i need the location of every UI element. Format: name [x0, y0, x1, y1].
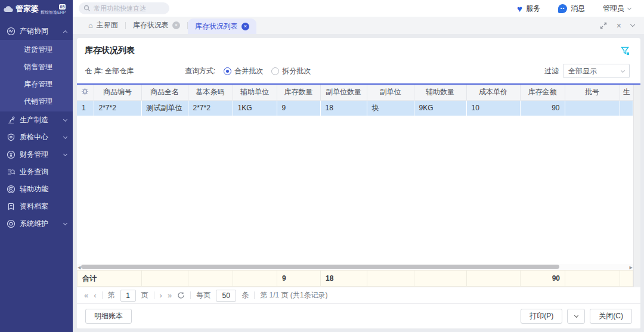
tab-bar: ⌂ 主界面 库存状况表 × 库存状况列表 × ×: [73, 17, 644, 34]
sidebar-item-manufacturing[interactable]: 生产制造: [0, 111, 73, 129]
column-settings-button[interactable]: [77, 85, 94, 100]
app-window: 管家婆 05 辉煌智造ERP 产销协同 进货管理 销售管理 库存管理 代销管理: [0, 0, 644, 332]
vertical-scrollbar[interactable]: [633, 85, 640, 287]
search-icon: [83, 5, 91, 12]
horizontal-scrollbar-thumb[interactable]: [81, 265, 559, 269]
sidebar-item-quality-center[interactable]: 质检中心: [0, 129, 73, 146]
page-number-input[interactable]: [120, 290, 136, 302]
cell-stock-qty: 9: [277, 100, 320, 116]
totals-table: 合计 9 18 90: [77, 270, 633, 287]
scroll-right-arrow-icon[interactable]: ▶: [630, 265, 633, 269]
per-page-prefix-label: 每页: [196, 290, 210, 300]
prev-page-button[interactable]: ‹: [94, 291, 96, 299]
filter-funnel-icon[interactable]: [621, 46, 630, 55]
horizontal-scrollbar[interactable]: ◀ ▶: [77, 264, 633, 270]
messages-menu[interactable]: •• 消息: [558, 4, 585, 14]
chevron-down-icon: [63, 117, 67, 121]
sidebar-item-inventory-mgmt[interactable]: 库存管理: [0, 76, 73, 93]
radio-split-batches[interactable]: 拆分批次: [271, 66, 311, 76]
close-icon[interactable]: ×: [617, 21, 621, 30]
radio-merge-batches[interactable]: 合并批次: [224, 66, 263, 76]
page-prefix-label: 第: [108, 290, 115, 300]
tab-inventory-status-list[interactable]: 库存状况列表 ×: [188, 18, 256, 34]
topbar-right: ♥ 服务 •• 消息 管理员: [517, 4, 631, 14]
close-tab-icon[interactable]: ×: [172, 21, 180, 29]
service-label: 服务: [526, 4, 540, 14]
last-page-button[interactable]: »: [168, 291, 172, 299]
chevron-down-icon[interactable]: [630, 22, 635, 27]
totals-cell: [565, 271, 620, 287]
sidebar-item-label: 生产制造: [20, 115, 48, 125]
print-button[interactable]: 打印(P): [521, 309, 562, 324]
totals-row: 合计 9 18 90: [78, 271, 633, 287]
print-options-button[interactable]: [567, 309, 585, 324]
sidebar-item-auxiliary[interactable]: 辅助功能: [0, 181, 73, 198]
chevron-down-icon: [621, 68, 625, 72]
totals-cell: [367, 271, 414, 287]
chevron-down-icon: [63, 134, 67, 138]
sidebar-item-business-query[interactable]: 业务查询: [0, 163, 73, 181]
warehouse-label: 仓 库:: [85, 66, 103, 76]
close-button[interactable]: 关闭(C): [590, 309, 632, 324]
scroll-left-arrow-icon[interactable]: ◀: [78, 265, 80, 269]
heart-icon: ♥: [517, 4, 522, 13]
filter-group: 过滤 全部显示: [544, 64, 630, 78]
service-menu[interactable]: ♥ 服务: [517, 4, 540, 14]
content-background: 库存状况列表 仓 库: 全部仓库 查询方式: 合并批次: [73, 34, 644, 332]
logo-title: 管家婆: [16, 4, 39, 14]
tab-inventory-status-report[interactable]: 库存状况表 ×: [126, 17, 187, 34]
chevron-up-icon: [63, 30, 67, 34]
sidebar-item-purchase-mgmt[interactable]: 进货管理: [0, 41, 73, 58]
refresh-icon[interactable]: [177, 291, 185, 299]
message-icon: ••: [558, 4, 567, 13]
quick-search-input[interactable]: [94, 5, 159, 12]
radio-unselected-icon: [271, 67, 279, 75]
tab-main-screen[interactable]: ⌂ 主界面: [81, 17, 125, 34]
col-header-aux-unit[interactable]: 辅助单位: [233, 85, 277, 100]
robot-arm-icon: [7, 116, 16, 125]
col-header-stock-qty[interactable]: 库存数量: [277, 85, 320, 100]
col-header-stock-amount[interactable]: 库存金额: [520, 85, 565, 100]
next-page-button[interactable]: ›: [160, 291, 162, 299]
per-page-input[interactable]: [216, 290, 236, 302]
first-page-button[interactable]: «: [84, 291, 88, 299]
detail-ledger-button[interactable]: 明细账本: [85, 309, 132, 324]
cell-extra: [620, 100, 633, 116]
table-row[interactable]: 1 2*7*2 测试副单位 2*7*2 1KG 9 18 块 9KG 10 90: [77, 100, 633, 116]
cell-aux-unit: 1KG: [233, 100, 277, 116]
col-header-sub-unit[interactable]: 副单位: [367, 85, 414, 100]
filter-select[interactable]: 全部显示: [563, 64, 630, 78]
totals-cell: [414, 271, 467, 287]
filter-selected-value: 全部显示: [568, 66, 597, 76]
expand-icon[interactable]: [600, 22, 607, 29]
col-header-product-id[interactable]: 商品编号: [94, 85, 141, 100]
col-header-sub-unit-qty[interactable]: 副单位数量: [320, 85, 367, 100]
col-header-product-name[interactable]: 商品全名: [141, 85, 188, 100]
sidebar-item-finance[interactable]: 财务管理: [0, 146, 73, 163]
cell-sub-unit-qty: 18: [320, 100, 367, 116]
sidebar-item-label: 业务查询: [20, 167, 48, 177]
sidebar-item-production-sales[interactable]: 产销协同: [0, 23, 73, 40]
pagination-divider: [190, 291, 191, 299]
col-header-cost-price[interactable]: 成本单价: [466, 85, 520, 100]
app-logo[interactable]: 管家婆 05 辉煌智造ERP: [0, 0, 73, 18]
quick-search[interactable]: [79, 2, 169, 14]
cell-stock-amount: 90: [520, 100, 565, 116]
warehouse-value[interactable]: 全部仓库: [105, 66, 134, 76]
system-icon: [7, 219, 16, 228]
inventory-table: 商品编号 商品全名 基本条码 辅助单位 库存数量 副单位数量 副单位 辅助数量 …: [77, 85, 633, 116]
cell-sub-unit: 块: [367, 100, 414, 116]
col-header-truncated[interactable]: 生: [620, 85, 633, 100]
sidebar-submenu: 进货管理 销售管理 库存管理 代销管理: [0, 40, 73, 111]
sidebar-item-consignment-mgmt[interactable]: 代销管理: [0, 93, 73, 110]
sidebar-item-archives[interactable]: 资料档案: [0, 198, 73, 215]
col-header-batch-no[interactable]: 批号: [565, 85, 620, 100]
col-header-aux-qty[interactable]: 辅助数量: [414, 85, 466, 100]
table-zone: 商品编号 商品全名 基本条码 辅助单位 库存数量 副单位数量 副单位 辅助数量 …: [77, 83, 640, 287]
user-menu[interactable]: 管理员: [603, 4, 631, 14]
col-header-barcode[interactable]: 基本条码: [188, 85, 233, 100]
cell-row-index: 1: [77, 100, 94, 116]
close-tab-icon[interactable]: ×: [242, 23, 249, 30]
sidebar-item-system-maintenance[interactable]: 系统维护: [0, 215, 73, 232]
sidebar-item-sales-mgmt[interactable]: 销售管理: [0, 58, 73, 76]
